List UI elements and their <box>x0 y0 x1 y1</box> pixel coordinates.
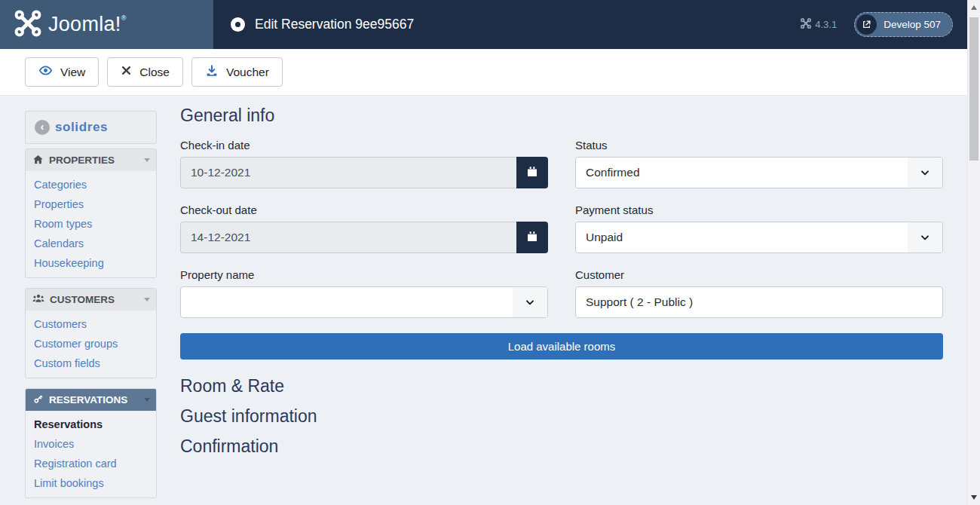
calendar-icon <box>526 166 538 180</box>
payment-status-field: Payment status Unpaid <box>575 204 943 253</box>
sidebar-section-reservations: RESERVATIONS Reservations Invoices Regis… <box>25 388 157 498</box>
checkin-date-input[interactable]: 10-12-2021 <box>180 157 516 188</box>
checkin-calendar-button[interactable] <box>516 157 548 188</box>
sidebar-item-room-types[interactable]: Room types <box>26 214 156 234</box>
scroll-down-arrow-icon[interactable] <box>971 495 977 500</box>
registered-mark: ® <box>121 14 127 22</box>
sidebar-item-registration-card[interactable]: Registration card <box>26 454 156 473</box>
brand-text: Joomla!® <box>48 13 127 36</box>
caret-down-icon <box>144 158 150 162</box>
property-name-label: Property name <box>180 268 548 281</box>
checkout-date-input[interactable]: 14-12-2021 <box>180 222 516 253</box>
customer-label: Customer <box>575 268 943 281</box>
dot-circle-icon <box>231 17 245 32</box>
customer-field: Customer Support ( 2 - Public ) <box>575 268 943 318</box>
sidebar-item-customer-groups[interactable]: Customer groups <box>26 334 156 354</box>
download-icon <box>205 64 219 81</box>
checkout-calendar-button[interactable] <box>516 222 548 253</box>
joomla-brand[interactable]: Joomla!® <box>0 0 213 49</box>
sidebar-items-properties: Categories Properties Room types Calenda… <box>26 171 156 277</box>
checkin-field: Check-in date 10-12-2021 <box>180 139 548 188</box>
chevron-down-icon <box>908 222 942 252</box>
section-confirmation[interactable]: Confirmation <box>180 436 943 457</box>
sidebar-item-housekeeping[interactable]: Housekeeping <box>26 253 156 273</box>
sidebar-header-properties[interactable]: PROPERTIES <box>26 149 156 171</box>
caret-down-icon <box>144 298 150 301</box>
sidebar-header-reservations[interactable]: RESERVATIONS <box>26 389 156 411</box>
sidebar-item-custom-fields[interactable]: Custom fields <box>26 354 156 373</box>
checkout-label: Check-out date <box>180 204 548 216</box>
users-icon <box>32 293 44 306</box>
calendar-icon <box>526 231 538 245</box>
close-button[interactable]: Close <box>107 57 183 87</box>
reservation-form: General info Check-in date 10-12-2021 <box>180 106 943 466</box>
sidebar-item-categories[interactable]: Categories <box>26 175 156 194</box>
voucher-button[interactable]: Voucher <box>191 57 283 87</box>
home-icon <box>32 154 44 167</box>
joomla-version: 4.3.1 <box>801 18 837 31</box>
action-toolbar: View Close Voucher <box>0 49 980 96</box>
sidebar-item-properties[interactable]: Properties <box>26 194 156 214</box>
status-field: Status Confirmed <box>575 139 943 188</box>
joomla-version-icon <box>801 18 811 31</box>
scroll-up-arrow-icon[interactable] <box>971 5 977 10</box>
customer-input[interactable]: Support ( 2 - Public ) <box>575 286 943 318</box>
sidebar-item-customers[interactable]: Customers <box>26 314 156 334</box>
solidres-sidebar: ‹ solidres PROPERTIES Categories Propert… <box>25 111 157 505</box>
key-icon <box>32 393 44 407</box>
payment-status-select[interactable]: Unpaid <box>575 222 943 253</box>
sidebar-item-limit-bookings[interactable]: Limit bookings <box>26 473 156 493</box>
page-title: Edit Reservation 9ee95667 <box>231 17 414 32</box>
solidres-logo[interactable]: ‹ solidres <box>25 111 157 144</box>
eye-icon <box>38 63 53 81</box>
load-available-rooms-button[interactable]: Load available rooms <box>180 333 943 360</box>
sidebar-items-customers: Customers Customer groups Custom fields <box>26 311 156 378</box>
collapsed-sections: Room & Rate Guest information Confirmati… <box>180 375 943 457</box>
vertical-scrollbar[interactable] <box>967 0 980 505</box>
admin-top-bar: Joomla!® Edit Reservation 9ee95667 4.3.1 <box>0 0 980 49</box>
section-room-rate[interactable]: Room & Rate <box>180 375 943 396</box>
back-circle-icon: ‹ <box>35 120 50 135</box>
checkout-field: Check-out date 14-12-2021 <box>180 204 548 253</box>
solidres-logo-text: solidres <box>55 120 108 135</box>
status-select[interactable]: Confirmed <box>575 157 943 188</box>
sidebar-header-customers[interactable]: CUSTOMERS <box>26 289 156 311</box>
sidebar-section-properties: PROPERTIES Categories Properties Room ty… <box>25 148 157 278</box>
view-button[interactable]: View <box>25 57 99 87</box>
sidebar-item-reservations[interactable]: Reservations <box>26 415 156 434</box>
close-icon <box>121 65 132 79</box>
develop-badge[interactable]: Develop 507 <box>854 12 953 37</box>
status-label: Status <box>575 139 943 152</box>
sidebar-item-invoices[interactable]: Invoices <box>26 434 156 454</box>
checkin-label: Check-in date <box>180 139 548 152</box>
general-info-heading: General info <box>180 106 943 126</box>
external-link-icon <box>856 14 877 35</box>
property-name-select[interactable] <box>180 286 548 318</box>
joomla-logo-icon <box>14 10 41 40</box>
sidebar-section-customers: CUSTOMERS Customers Customer groups Cust… <box>25 288 157 378</box>
payment-status-label: Payment status <box>575 204 943 216</box>
topbar-right: 4.3.1 Develop 507 <box>801 12 953 37</box>
chevron-down-icon <box>908 158 942 188</box>
caret-down-icon <box>144 398 150 402</box>
property-name-field: Property name <box>180 268 548 318</box>
chevron-down-icon <box>513 287 547 317</box>
sidebar-items-reservations: Reservations Invoices Registration card … <box>26 411 156 497</box>
section-guest-information[interactable]: Guest information <box>180 406 943 427</box>
scrollbar-thumb[interactable] <box>969 17 978 161</box>
sidebar-item-calendars[interactable]: Calendars <box>26 234 156 253</box>
